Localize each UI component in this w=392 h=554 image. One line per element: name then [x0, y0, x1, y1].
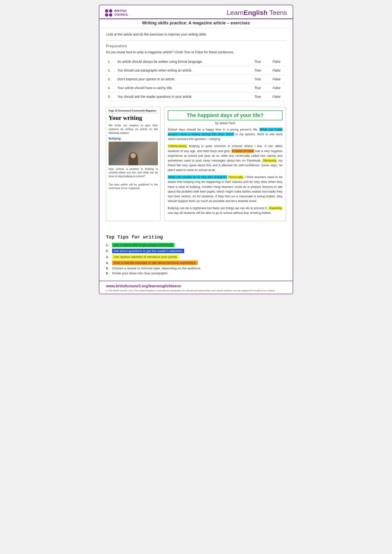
- bc-dot-3: [105, 13, 108, 17]
- tip-text: Choose a neutral or informal style, depe…: [112, 266, 201, 270]
- row-true: True: [248, 92, 267, 101]
- bc-dot-4: [109, 13, 112, 17]
- footer-url: www.britishcouncil.org/learnenglishteens: [106, 284, 286, 288]
- row-true: True: [248, 75, 267, 84]
- para2-h3: Obviously,: [263, 159, 277, 162]
- para4-text1: Bullying can be a nightmare but there ar…: [168, 206, 268, 210]
- para3-text: I think teachers need to be aware that b…: [168, 175, 282, 203]
- tip-text: Use opinion adverbs to introduce your po…: [112, 255, 179, 259]
- boy-image: [109, 142, 158, 165]
- table-row: 5. You should ask the reader questions i…: [106, 92, 286, 101]
- article-para-3: What can people do to stop this problem?…: [168, 175, 282, 203]
- tip-num: 6.: [106, 271, 110, 275]
- main-content: Look at the article and do the exercises…: [99, 28, 293, 230]
- your-writing-title: Your writing: [109, 115, 158, 122]
- article-para-4: Bullying can be a nightmare but there ar…: [168, 206, 282, 215]
- bottom-text1: How serious a problem is bullying in sch…: [109, 167, 158, 178]
- tip-text: Use a catchy title to get people interes…: [112, 243, 175, 247]
- top-tips-section: Top Tips for writing 1.Use a catchy titl…: [99, 235, 293, 281]
- footer: www.britishcouncil.org/learnenglishteens…: [99, 281, 293, 294]
- footer-copyright: © The British Council, 2012 The United K…: [106, 289, 286, 292]
- divider: [106, 41, 286, 41]
- tip-num: 5.: [106, 266, 110, 270]
- row-false: False: [267, 75, 286, 84]
- top-tips-title: Top Tips for writing: [106, 235, 286, 240]
- right-panel: The happiest days of your life? by Jamie…: [164, 107, 286, 221]
- invite-text: We invite our readers to give their opin…: [109, 123, 158, 135]
- tip-item: 6.Divide your ideas into clear paragraph…: [106, 271, 286, 275]
- tip-text: Ask direct questions to get the reader's…: [112, 249, 184, 253]
- row-statement: You should use paragraphs when writing a…: [115, 66, 248, 75]
- header: BRITISH COUNCIL LearnEnglish Teens: [99, 5, 293, 19]
- para1-before: School days should be a happy time in a …: [168, 128, 259, 131]
- tip-item: 3.Use opinion adverbs to introduce your …: [106, 255, 286, 259]
- preparation-question: Do you know how to write a magazine arti…: [106, 50, 286, 54]
- table-row: 3. Don't express your opinion in an arti…: [106, 75, 286, 84]
- row-num: 3.: [106, 75, 115, 84]
- para3-h2: Personally,: [228, 175, 244, 179]
- bc-line2: COUNCIL: [114, 13, 128, 17]
- left-panel: Page 16 Greenwood Community Magazine You…: [106, 107, 161, 221]
- table-row: 4. Your article should have a catchy tit…: [106, 84, 286, 92]
- article-para-1: School days should be a happy time in a …: [168, 127, 282, 141]
- intro-text: Look at the article and do the exercises…: [106, 32, 286, 36]
- row-num: 4.: [106, 84, 115, 92]
- bc-text: BRITISH COUNCIL: [114, 9, 128, 16]
- row-false: False: [267, 84, 286, 92]
- row-false: False: [267, 66, 286, 75]
- tip-num: 3.: [106, 255, 110, 259]
- bottom-text2: The best article will be published in th…: [109, 183, 158, 190]
- row-true: True: [248, 66, 267, 75]
- tip-num: 1.: [106, 243, 110, 247]
- table-row: 2. You should use paragraphs when writin…: [106, 66, 286, 75]
- row-num: 2.: [106, 66, 115, 75]
- row-statement: Don't express your opinion in an article…: [115, 75, 248, 84]
- row-statement: Your article should have a catchy title.: [115, 84, 248, 92]
- row-true: True: [248, 84, 267, 92]
- tip-num: 2.: [106, 249, 110, 253]
- article-byline: by Jamie Field: [168, 121, 282, 125]
- table-row: 1. An article should always be written u…: [106, 57, 286, 66]
- bullying-label: Bullying: [109, 137, 158, 140]
- learn-english-logo: LearnEnglish Teens: [227, 9, 287, 17]
- page-label: Page 16 Greenwood Community Magazine: [109, 110, 158, 113]
- tip-num: 4.: [106, 261, 110, 264]
- article-title: The happiest days of your life?: [168, 110, 282, 120]
- article-section: Page 16 Greenwood Community Magazine You…: [106, 107, 286, 221]
- row-num: 1.: [106, 57, 115, 66]
- bc-dots: [105, 9, 112, 17]
- page-title: Writing skills practice: A magazine arti…: [105, 21, 287, 26]
- tip-item: 1.Use a catchy title to get people inter…: [106, 243, 286, 247]
- bc-dot-2: [109, 9, 112, 13]
- row-false: False: [267, 57, 286, 66]
- exercise-table: 1. An article should always be written u…: [106, 57, 286, 101]
- row-statement: An article should always be written usin…: [115, 57, 248, 66]
- row-statement: You should ask the reader questions in y…: [115, 92, 248, 101]
- page: BRITISH COUNCIL LearnEnglish Teens Writi…: [99, 5, 293, 294]
- article-para-2: Unfortunately, bullying is quite common …: [168, 144, 282, 173]
- para4-text2: one day all students will be able to go …: [168, 211, 271, 215]
- row-num: 5.: [106, 92, 115, 101]
- logo-teens: Teens: [269, 9, 287, 16]
- page-title-bar: Writing skills practice: A magazine arti…: [99, 19, 293, 28]
- para4-h1: Hopefully,: [268, 206, 282, 210]
- bc-line1: BRITISH: [114, 9, 128, 13]
- tip-item: 5.Choose a neutral or informal style, de…: [106, 266, 286, 270]
- tip-text: Give a real-life example or talk about p…: [112, 261, 198, 265]
- row-true: True: [248, 57, 267, 66]
- logo-english: English: [244, 9, 268, 16]
- tip-item: 4.Give a real-life example or talk about…: [106, 261, 286, 265]
- row-false: False: [267, 92, 286, 101]
- bc-dot-1: [105, 9, 108, 13]
- logo-learn: Learn: [227, 9, 244, 16]
- para2-h2: A friend of mine: [231, 149, 254, 153]
- para2-h1: Unfortunately,: [168, 144, 187, 148]
- section-title-preparation: Preparation: [106, 44, 286, 48]
- para3-h1: What can people do to stop this problem?: [168, 175, 227, 179]
- bc-logo: BRITISH COUNCIL: [105, 9, 128, 16]
- tip-item: 2.Ask direct questions to get the reader…: [106, 249, 286, 253]
- tip-text: Divide your ideas into clear paragraphs.: [112, 271, 168, 275]
- tips-list: 1.Use a catchy title to get people inter…: [106, 243, 286, 275]
